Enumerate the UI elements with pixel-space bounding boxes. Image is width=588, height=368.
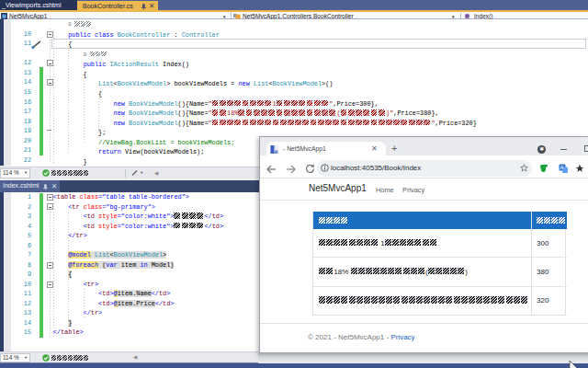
svg-text:A: A: [560, 165, 564, 170]
